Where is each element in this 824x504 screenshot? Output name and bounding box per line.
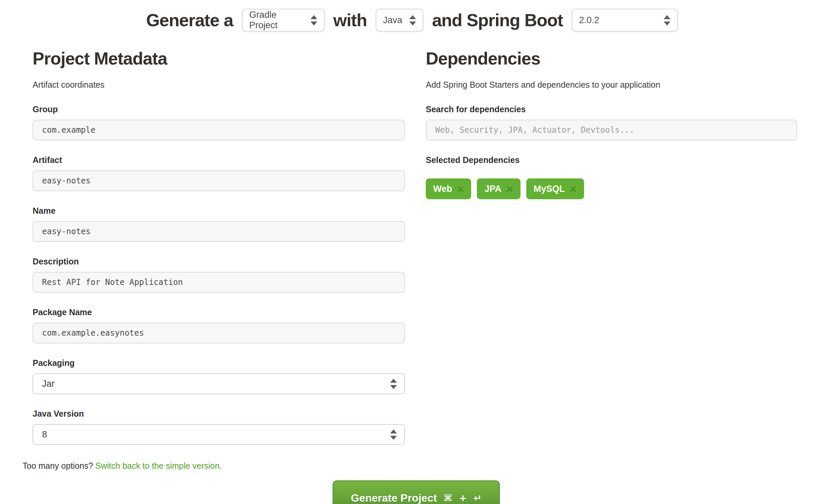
project-type-select[interactable]: Gradle Project	[242, 9, 325, 32]
package-name-label: Package Name	[33, 307, 405, 317]
dependency-tag-label: MySQL	[534, 184, 565, 194]
java-version-field-block: Java Version 8	[33, 409, 405, 445]
header-bar: Generate a Gradle Project with Java and …	[0, 0, 824, 35]
dependencies-section: Dependencies Add Spring Boot Starters an…	[426, 48, 797, 445]
description-label: Description	[33, 257, 405, 266]
artifact-label: Artifact	[33, 155, 405, 165]
too-many-options-text: Too many options?	[23, 461, 93, 470]
packaging-select[interactable]: Jar	[33, 373, 405, 394]
remove-icon[interactable]: ×	[506, 183, 513, 195]
updown-arrows-icon	[390, 379, 397, 389]
updown-arrows-icon	[390, 429, 397, 440]
group-field-block: Group	[33, 104, 405, 140]
header-title-prefix: Generate a	[146, 10, 233, 30]
packaging-value: Jar	[42, 379, 55, 389]
enter-key-icon: ↵	[474, 493, 482, 504]
selected-dependencies-tags: Web × JPA × MySQL ×	[426, 178, 797, 199]
dependency-tag-jpa[interactable]: JPA ×	[477, 178, 520, 199]
group-label: Group	[33, 104, 405, 114]
main-content: Project Metadata Artifact coordinates Gr…	[0, 48, 824, 445]
command-key-icon: ⌘	[444, 493, 452, 504]
description-input[interactable]	[33, 272, 405, 293]
project-metadata-heading: Project Metadata	[33, 48, 405, 69]
dependency-tag-mysql[interactable]: MySQL ×	[526, 178, 584, 199]
dependency-tag-label: JPA	[484, 184, 501, 194]
packaging-label: Packaging	[33, 358, 405, 368]
language-select[interactable]: Java	[376, 9, 423, 32]
language-value: Java	[383, 15, 402, 26]
dependencies-heading: Dependencies	[426, 48, 797, 69]
dependency-search-input[interactable]	[426, 120, 797, 140]
package-name-field-block: Package Name	[33, 307, 405, 343]
generate-project-label: Generate Project	[351, 492, 437, 504]
boot-version-value: 2.0.2	[579, 15, 599, 26]
java-version-label: Java Version	[33, 409, 405, 419]
name-input[interactable]	[33, 221, 405, 242]
updown-arrows-icon	[409, 15, 416, 26]
project-type-value: Gradle Project	[249, 10, 304, 31]
generate-project-button[interactable]: Generate Project ⌘ + ↵	[333, 480, 500, 504]
remove-icon[interactable]: ×	[570, 183, 577, 195]
package-name-input[interactable]	[33, 323, 405, 343]
simple-version-link[interactable]: Switch back to the simple version.	[95, 461, 222, 470]
selected-dependencies-label: Selected Dependencies	[426, 155, 797, 165]
project-metadata-section: Project Metadata Artifact coordinates Gr…	[33, 48, 405, 445]
dependency-tag-label: Web	[433, 184, 452, 194]
search-dependencies-label: Search for dependencies	[426, 104, 797, 114]
java-version-value: 8	[42, 429, 47, 440]
updown-arrows-icon	[311, 15, 317, 26]
boot-version-select[interactable]: 2.0.2	[572, 9, 678, 32]
name-field-block: Name	[33, 206, 405, 242]
name-label: Name	[33, 206, 405, 216]
header-title-middle: with	[333, 10, 367, 30]
too-many-options-line: Too many options? Switch back to the sim…	[23, 461, 824, 471]
dependencies-subheading: Add Spring Boot Starters and dependencie…	[426, 80, 797, 90]
group-input[interactable]	[33, 120, 405, 140]
plus-key-icon: +	[459, 493, 467, 504]
artifact-input[interactable]	[33, 170, 405, 191]
selected-dependencies-block: Selected Dependencies Web × JPA × MySQL …	[426, 155, 797, 199]
remove-icon[interactable]: ×	[457, 183, 464, 195]
java-version-select[interactable]: 8	[33, 424, 405, 445]
header-title-suffix: and Spring Boot	[432, 10, 563, 30]
dependency-tag-web[interactable]: Web ×	[426, 178, 471, 199]
description-field-block: Description	[33, 257, 405, 293]
updown-arrows-icon	[664, 15, 670, 26]
packaging-field-block: Packaging Jar	[33, 358, 405, 394]
artifact-field-block: Artifact	[33, 155, 405, 191]
artifact-coordinates-subheading: Artifact coordinates	[33, 80, 405, 90]
search-dependencies-block: Search for dependencies	[426, 104, 797, 140]
